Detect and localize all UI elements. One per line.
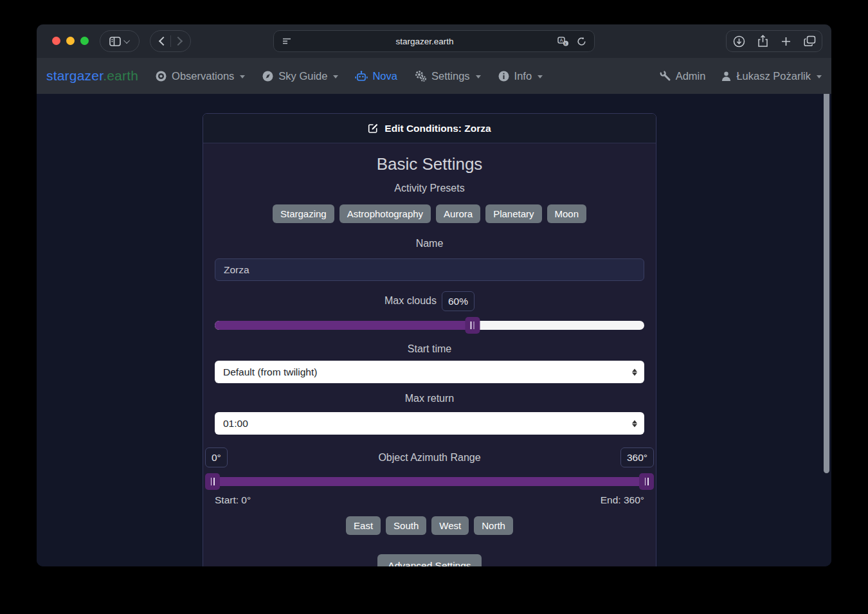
max-clouds-value-badge: 60%: [442, 291, 475, 311]
start-time-select[interactable]: Default (from twilight): [215, 361, 644, 383]
caret-down-icon: [240, 75, 245, 78]
max-clouds-label: Max clouds: [384, 294, 437, 307]
activity-presets-label: Activity Presets: [215, 182, 644, 195]
azimuth-header-row: 0° Object Azimuth Range 360°: [205, 447, 654, 467]
advanced-settings-button[interactable]: Advanced Settings: [377, 554, 481, 566]
nav-item-sky-guide[interactable]: Sky Guide: [262, 70, 338, 82]
direction-west-button[interactable]: West: [431, 516, 469, 535]
nav-label: Info: [514, 70, 532, 82]
nav-label: Sky Guide: [278, 70, 327, 82]
max-clouds-slider[interactable]: [215, 317, 644, 334]
browser-window: stargazer.earth A x: [37, 24, 831, 566]
azimuth-range-label: Object Azimuth Range: [205, 451, 654, 464]
section-title: Basic Settings: [215, 152, 644, 176]
share-icon[interactable]: [757, 35, 768, 48]
history-nav-group: [150, 30, 191, 52]
name-label: Name: [215, 237, 644, 250]
preset-astrophotography-button[interactable]: Astrophotography: [339, 204, 431, 223]
card-title: Edit Conditions: Zorza: [384, 123, 491, 134]
max-return-label: Max return: [215, 392, 644, 405]
max-return-select[interactable]: 01:00: [215, 412, 644, 435]
slider-track[interactable]: [205, 477, 654, 486]
caret-down-icon: [333, 75, 338, 78]
app-navbar: stargazer.earth Observations Sky Guide: [37, 58, 831, 94]
azimuth-end-handle[interactable]: [639, 473, 654, 490]
select-stepper-icon: [632, 420, 637, 427]
select-stepper-icon: [632, 368, 637, 375]
brand-part1: stargazer: [46, 68, 103, 83]
start-time-value: Default (from twilight): [223, 366, 317, 378]
person-icon: [721, 71, 732, 82]
direction-east-button[interactable]: East: [346, 516, 381, 535]
info-icon: [498, 70, 510, 82]
caret-down-icon: [538, 75, 543, 78]
gears-icon: [414, 70, 427, 82]
new-tab-icon[interactable]: [781, 36, 791, 47]
minimize-window-button[interactable]: [66, 37, 75, 45]
slider-track[interactable]: [215, 321, 644, 330]
eye-icon: [155, 70, 167, 82]
tab-overview-icon[interactable]: [804, 35, 816, 47]
wrench-icon: [660, 70, 671, 82]
back-button[interactable]: [158, 37, 167, 46]
toolbar-buttons-group: [726, 30, 822, 52]
sidebar-toggle-button[interactable]: [100, 30, 140, 52]
divider: [170, 35, 171, 47]
name-input[interactable]: [215, 258, 644, 281]
caret-down-icon: [817, 75, 822, 78]
nav-label: Settings: [431, 70, 470, 82]
close-window-button[interactable]: [52, 37, 60, 45]
max-clouds-row: Max clouds 60%: [215, 290, 644, 312]
activity-presets-row: Stargazing Astrophotography Aurora Plane…: [215, 204, 644, 223]
caret-down-icon: [476, 75, 481, 78]
nav-item-settings[interactable]: Settings: [414, 70, 481, 82]
url-text: stargazer.earth: [292, 37, 557, 46]
page-settings-icon[interactable]: [282, 37, 292, 46]
robot-icon: [355, 71, 368, 82]
compass-icon: [262, 70, 274, 82]
azimuth-value-labels: Start: 0° End: 360°: [215, 494, 644, 507]
nav-label: Nova: [372, 70, 397, 82]
preset-stargazing-button[interactable]: Stargazing: [273, 204, 334, 223]
reload-icon[interactable]: [577, 37, 586, 46]
edit-conditions-card: Edit Conditions: Zorza Basic Settings Ac…: [203, 113, 656, 566]
preset-moon-button[interactable]: Moon: [547, 204, 587, 223]
card-body: Basic Settings Activity Presets Stargazi…: [203, 143, 656, 566]
brand-logo[interactable]: stargazer.earth: [46, 68, 138, 84]
direction-north-button[interactable]: North: [474, 516, 513, 535]
azimuth-range-slider[interactable]: [205, 473, 654, 490]
forward-button[interactable]: [173, 37, 182, 46]
sidebar-icon: [109, 37, 121, 46]
max-clouds-slider-handle[interactable]: [465, 317, 480, 334]
svg-text:A: A: [559, 37, 563, 43]
nav-label: Łukasz Pożarlik: [736, 70, 811, 82]
translate-icon[interactable]: A x: [557, 37, 569, 46]
brand-part2: .earth: [103, 68, 138, 83]
nav-item-nova[interactable]: Nova: [355, 70, 397, 82]
azimuth-start-handle[interactable]: [205, 473, 220, 490]
max-return-value: 01:00: [223, 418, 248, 429]
nav-label: Admin: [676, 70, 706, 82]
card-header: Edit Conditions: Zorza: [203, 114, 656, 143]
direction-buttons-row: East South West North: [215, 516, 644, 535]
chevron-down-icon: [123, 37, 130, 44]
traffic-lights: [52, 37, 89, 45]
start-time-label: Start time: [215, 343, 644, 356]
page-content: Edit Conditions: Zorza Basic Settings Ac…: [37, 94, 831, 566]
edit-icon: [368, 123, 379, 134]
nav-item-user-menu[interactable]: Łukasz Pożarlik: [721, 70, 822, 82]
preset-aurora-button[interactable]: Aurora: [436, 204, 480, 223]
azimuth-start-text: Start: 0°: [215, 494, 251, 507]
zoom-window-button[interactable]: [80, 37, 89, 45]
direction-south-button[interactable]: South: [386, 516, 426, 535]
nav-item-observations[interactable]: Observations: [155, 70, 245, 82]
address-bar[interactable]: stargazer.earth A x: [273, 30, 595, 52]
nav-item-admin[interactable]: Admin: [660, 70, 706, 82]
azimuth-end-text: End: 360°: [601, 494, 644, 507]
nav-item-info[interactable]: Info: [498, 70, 543, 82]
preset-planetary-button[interactable]: Planetary: [485, 204, 541, 223]
downloads-icon[interactable]: [733, 35, 745, 48]
nav-label: Observations: [172, 70, 234, 82]
browser-titlebar: stargazer.earth A x: [37, 24, 831, 58]
page-scrollbar[interactable]: [824, 94, 829, 473]
